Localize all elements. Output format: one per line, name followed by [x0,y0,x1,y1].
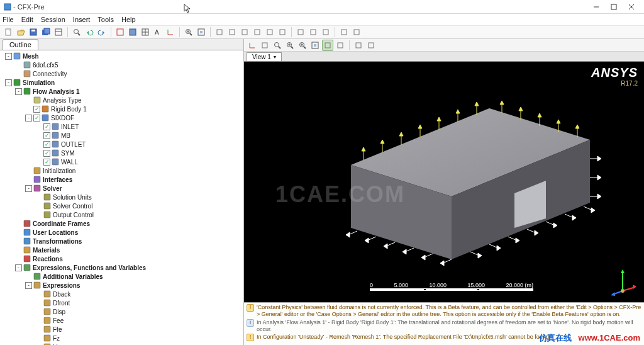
visibility-checkbox[interactable] [33,106,40,113]
tree-item-materials[interactable]: Materials [1,246,243,254]
tree-item-expressions-functions-and-variables[interactable]: -Expressions, Functions and Variables [1,263,243,272]
tree-item-connectivity[interactable]: Connectivity [1,69,243,78]
tree-item-expressions[interactable]: -Expressions [1,281,243,290]
vp-reset-button[interactable] [335,40,346,51]
tree-item-initialization[interactable]: Initialization [1,166,243,175]
outline-tab[interactable]: Outline [3,39,38,50]
tb-redo-button[interactable] [96,26,108,38]
tree-item-mb[interactable]: MB [1,131,243,140]
tree-item-output-control[interactable]: Output Control [1,210,243,219]
tb-save-all-button[interactable] [40,26,52,38]
vp-dd-button[interactable] [365,40,377,51]
tb-p1-button[interactable] [295,26,306,38]
maximize-button[interactable] [605,2,623,12]
tb-find-button[interactable] [71,26,82,38]
tree-item-flow-analysis-1[interactable]: -Flow Analysis 1 [1,87,243,96]
vp-fit-button[interactable] [309,40,321,51]
expand-toggle-icon[interactable]: - [25,282,32,289]
menu-file[interactable]: File [3,16,14,23]
menu-help[interactable]: Help [121,16,136,23]
tb-outline-button[interactable] [53,26,64,38]
tb-r4-button[interactable] [252,26,263,38]
tree-item-outlet[interactable]: OUTLET [1,140,243,149]
tree-item-dfront[interactable]: Dfront [1,298,243,307]
tree-item-lb[interactable]: Lb [1,342,243,345]
message-row[interactable]: iIn Analysis 'Flow Analysis 1' - Rigid B… [247,319,641,334]
tree-item-fee[interactable]: Fee [1,316,243,325]
menu-edit[interactable]: Edit [21,16,33,23]
tree-item-solution-units[interactable]: Solution Units [1,193,243,201]
expand-toggle-icon[interactable]: - [15,88,22,95]
tree-item-solver[interactable]: -Solver [1,184,243,193]
visibility-checkbox[interactable] [43,123,50,130]
expand-toggle-icon[interactable]: - [5,53,12,60]
vp-zoom-in-button[interactable] [284,40,296,51]
vp-rotate-button[interactable] [247,40,258,51]
tb-d1-button[interactable] [338,26,350,38]
tree-item-interfaces[interactable]: Interfaces [1,175,243,184]
outline-tree[interactable]: -Mesh6dof.cfx5Connectivity-Simulation-Fl… [0,50,243,345]
expand-toggle-icon[interactable]: - [5,79,12,86]
menu-session[interactable]: Session [41,16,65,23]
tree-item-disp[interactable]: Disp [1,307,243,316]
tb-save-button[interactable] [28,26,39,38]
tb-r6-button[interactable] [277,26,288,38]
tb-open-button[interactable] [15,26,26,38]
tb-shade-button[interactable] [127,26,138,38]
tree-item-ffe[interactable]: Ffe [1,325,243,334]
vp-sel-box-button[interactable] [322,40,333,51]
tree-item-sym[interactable]: SYM [1,149,243,157]
minimize-button[interactable] [587,2,605,12]
tree-item-transformations[interactable]: Transformations [1,237,243,246]
vp-zoom-box-button[interactable] [272,40,283,51]
tb-r1-button[interactable] [214,26,225,38]
tb-p3-button[interactable] [320,26,331,38]
visibility-checkbox[interactable] [33,115,40,122]
tb-zoom-button[interactable] [183,26,194,38]
tb-p2-button[interactable] [308,26,319,38]
tb-undo-button[interactable] [84,26,95,38]
tb-r2-button[interactable] [226,26,238,38]
tree-item-solver-control[interactable]: Solver Control [1,201,243,210]
tree-item-wall[interactable]: WALL [1,157,243,166]
tb-r3-button[interactable] [239,26,250,38]
vp-pan-button[interactable] [259,40,270,51]
close-button[interactable] [623,2,640,12]
tree-item-additional-variables[interactable]: Additional Variables [1,272,243,281]
visibility-checkbox[interactable] [43,159,50,166]
orientation-triad-icon[interactable] [608,266,638,296]
tb-fit-button[interactable] [196,26,207,38]
message-row[interactable]: !'Constant Physics' between fluid domain… [247,304,641,319]
tb-new-button[interactable] [3,26,14,38]
tree-item-inlet[interactable]: INLET [1,122,243,131]
tree-item-reactions[interactable]: Reactions [1,254,243,263]
tb-mesh-disp-button[interactable] [140,26,151,38]
tree-item-rigid-body-1[interactable]: Rigid Body 1 [1,105,243,113]
visibility-checkbox[interactable] [43,150,50,157]
vp-more-button[interactable] [353,40,364,51]
tree-item-6dof-cfx5[interactable]: 6dof.cfx5 [1,60,243,69]
tree-item-simulation[interactable]: -Simulation [1,78,243,87]
tb-d2-button[interactable] [351,26,362,38]
menu-insert[interactable]: Insert [73,16,91,23]
tree-item-sixdof[interactable]: -SIXDOF [1,113,243,122]
vp-zoom-out-button[interactable] [297,40,308,51]
visibility-checkbox[interactable] [43,141,50,148]
tb-labels-button[interactable]: A [152,26,164,38]
tree-item-analysis-type[interactable]: Analysis Type [1,96,243,105]
tb-r5-button[interactable] [264,26,275,38]
view-tab-menu-icon[interactable]: ▾ [274,54,276,60]
expand-toggle-icon[interactable]: - [15,264,22,271]
tree-item-dback[interactable]: Dback [1,290,243,298]
tb-axis-button[interactable] [165,26,176,38]
expand-toggle-icon[interactable]: - [25,185,32,192]
visibility-checkbox[interactable] [43,132,50,139]
view-tab-1[interactable]: View 1 ▾ [247,52,282,61]
tree-item-fz[interactable]: Fz [1,334,243,342]
tree-item-coordinate-frames[interactable]: Coordinate Frames [1,219,243,228]
tree-item-user-locations[interactable]: User Locations [1,228,243,237]
menu-tools[interactable]: Tools [97,16,114,23]
3d-viewport[interactable]: 1CAE.COM ANSYS R17.2 05.00010.00015.0002… [244,62,644,302]
expand-toggle-icon[interactable]: - [25,115,32,122]
tb-wire-button[interactable] [114,26,126,38]
